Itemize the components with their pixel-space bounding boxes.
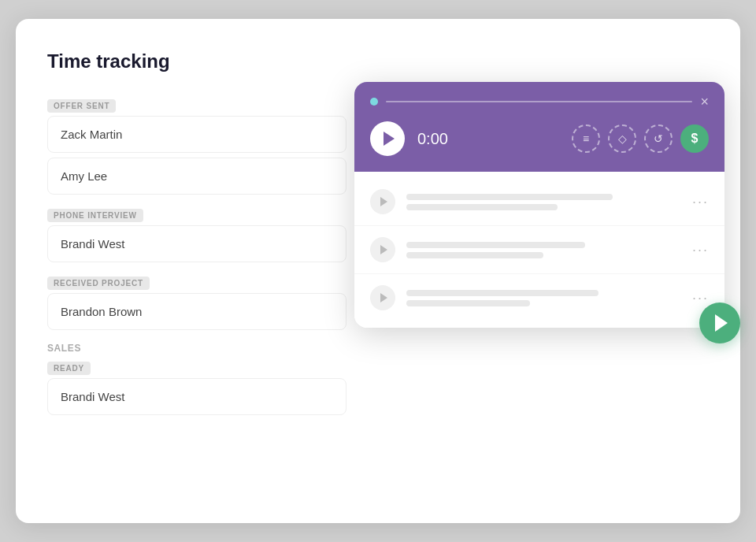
player-card: × 0:00 ≡ ◇ ↺ $ — [354, 82, 724, 328]
section-received-project: RECEIVED PROJECT Brandon Brown — [47, 275, 346, 330]
contact-brandi-west-1[interactable]: Brandi West — [47, 225, 346, 262]
category-label-phone-interview: PHONE INTERVIEW — [47, 209, 143, 222]
contact-brandi-west-2[interactable]: Brandi West — [47, 378, 346, 415]
section-sales: SALES READY Brandi West — [47, 343, 346, 415]
content-area: OFFER SENT Zack Martin Amy Lee PHONE INT… — [47, 98, 709, 428]
track-line-1a — [406, 194, 613, 200]
track-item-2: ··· — [354, 226, 724, 274]
contact-zack-martin[interactable]: Zack Martin — [47, 116, 346, 153]
track-play-button-1[interactable] — [370, 189, 395, 214]
track-more-2[interactable]: ··· — [692, 242, 709, 258]
track-play-button-3[interactable] — [370, 285, 395, 310]
left-panel: OFFER SENT Zack Martin Amy Lee PHONE INT… — [47, 98, 346, 428]
track-play-button-2[interactable] — [370, 237, 395, 262]
player-search-bar: × — [370, 95, 709, 109]
category-label-received-project: RECEIVED PROJECT — [47, 277, 150, 290]
track-info-2 — [406, 242, 681, 258]
category-label-ready: READY — [47, 362, 91, 375]
track-line-3b — [406, 300, 530, 306]
track-line-2a — [406, 242, 585, 248]
fab-play-button[interactable] — [699, 303, 740, 343]
player-icons: ≡ ◇ ↺ $ — [572, 124, 709, 153]
track-play-icon-3 — [380, 293, 387, 303]
contact-amy-lee[interactable]: Amy Lee — [47, 158, 346, 195]
tag-icon[interactable]: ◇ — [608, 124, 636, 153]
section-phone-interview: PHONE INTERVIEW Brandi West — [47, 207, 346, 262]
player-header: × 0:00 ≡ ◇ ↺ $ — [354, 82, 724, 172]
category-label-offer-sent: OFFER SENT — [47, 99, 116, 113]
section-offer-sent: OFFER SENT Zack Martin Amy Lee — [47, 98, 346, 195]
track-more-1[interactable]: ··· — [692, 194, 709, 210]
track-line-2b — [406, 252, 543, 258]
track-list: ··· ··· — [354, 172, 724, 328]
list-icon[interactable]: ≡ — [572, 124, 600, 153]
track-line-3a — [406, 290, 598, 296]
track-item-3: ··· — [354, 274, 724, 321]
play-icon — [384, 132, 395, 146]
track-info-3 — [406, 290, 681, 306]
track-play-icon-2 — [380, 245, 387, 254]
track-info-1 — [406, 194, 681, 210]
history-icon[interactable]: ↺ — [644, 124, 673, 153]
track-play-icon-1 — [380, 197, 387, 206]
track-more-3[interactable]: ··· — [692, 290, 709, 306]
time-display: 0:00 — [417, 130, 457, 148]
page-title: Time tracking — [47, 50, 709, 72]
player-controls: 0:00 ≡ ◇ ↺ $ — [370, 121, 709, 156]
track-line-1b — [406, 204, 558, 210]
fab-play-icon — [715, 314, 728, 332]
main-card: Time tracking OFFER SENT Zack Martin Amy… — [16, 19, 740, 523]
search-dot — [370, 98, 378, 106]
play-button-main[interactable] — [370, 121, 405, 156]
sales-label: SALES — [47, 343, 346, 354]
dollar-icon[interactable]: $ — [680, 124, 709, 153]
search-line — [386, 101, 692, 102]
track-item-1: ··· — [354, 178, 724, 226]
contact-brandon-brown[interactable]: Brandon Brown — [47, 293, 346, 330]
close-button[interactable]: × — [700, 95, 709, 109]
